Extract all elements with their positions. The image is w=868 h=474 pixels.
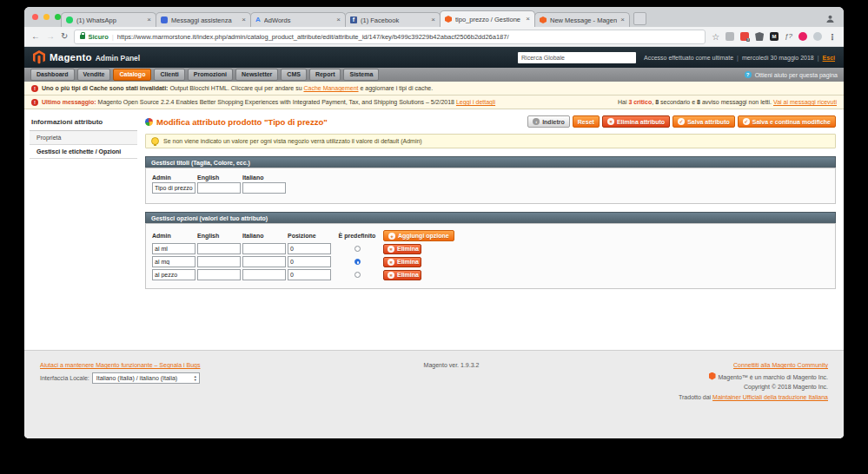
window-minimize-button[interactable] — [43, 14, 50, 20]
delete-option-button[interactable]: Elimina — [383, 270, 421, 280]
tab-close-icon[interactable] — [620, 16, 625, 23]
nav-item-report[interactable]: Report — [309, 69, 341, 81]
nav-item-dashboard[interactable]: Dashboard — [30, 69, 75, 81]
facebook-icon — [350, 16, 357, 23]
option-italiano-input[interactable] — [242, 269, 286, 280]
secure-indicator[interactable]: Sicuro — [80, 33, 108, 41]
option-position-input[interactable] — [288, 256, 331, 267]
url-separator: | — [112, 33, 114, 41]
nav-item-promozioni[interactable]: Promozioni — [188, 69, 233, 81]
extension-icon-m[interactable] — [770, 32, 779, 41]
logo-title: Magento — [50, 52, 92, 63]
option-position-input[interactable] — [288, 243, 331, 254]
browser-tab-facebook[interactable]: (1) Facebook — [345, 12, 441, 27]
forward-icon[interactable] — [46, 32, 55, 41]
extension-icon-2[interactable] — [740, 32, 749, 41]
cache-management-link[interactable]: Cache Management — [303, 85, 358, 91]
report-bugs-link[interactable]: Aiutaci a mantenere Magento funzionante … — [40, 362, 200, 368]
option-italiano-input[interactable] — [242, 243, 286, 254]
save-attribute-button[interactable]: Salva attributo — [673, 115, 735, 128]
default-option-radio[interactable] — [354, 246, 361, 252]
nav-item-newsletter[interactable]: Newsletter — [235, 69, 278, 81]
sidebar-item-proprieta[interactable]: Proprietà — [30, 131, 137, 145]
extension-icon-pink[interactable] — [798, 32, 807, 41]
extension-icon-fn[interactable] — [785, 32, 792, 41]
translation-link[interactable]: Maintainer Ufficiali della traduzione It… — [712, 394, 828, 400]
back-arrow-icon — [533, 118, 540, 125]
chrome-menu-icon[interactable] — [828, 32, 837, 42]
check-icon — [743, 118, 750, 125]
sidebar-item-etichette-opzioni[interactable]: Gestisci le etichette / Opzioni — [30, 145, 137, 159]
window-zoom-button[interactable] — [55, 14, 61, 20]
browser-tab-adwords[interactable]: AdWords — [250, 12, 346, 27]
option-admin-input[interactable] — [152, 269, 195, 280]
new-tab-button[interactable] — [633, 12, 646, 25]
community-link[interactable]: Connettiti alla Magento Community — [733, 362, 828, 368]
translation-pre: Tradotto dai — [679, 394, 712, 400]
window-close-button[interactable] — [32, 14, 38, 20]
option-english-input[interactable] — [197, 256, 241, 267]
tab-close-icon[interactable] — [431, 16, 435, 23]
go-to-messages-link[interactable]: Vai ai messaggi ricevuti — [773, 99, 837, 105]
locale-select[interactable]: Italiano (Italia) / italiano (Italia) — [92, 372, 200, 384]
back-icon[interactable] — [31, 32, 40, 41]
note-text: Se non viene indicato un valore per ogni… — [163, 138, 422, 144]
nav-item-sistema[interactable]: Sistema — [343, 69, 379, 81]
profile-icon[interactable] — [825, 11, 835, 27]
nav-item-catalogo[interactable]: Catalogo — [113, 69, 151, 81]
browser-tab-messaggi[interactable]: Messaggi assistenza — [156, 12, 251, 27]
option-position-input[interactable] — [288, 269, 331, 280]
title-admin-input[interactable] — [152, 182, 195, 194]
address-bar[interactable]: Sicuro | https://www.marmorstone.it/inde… — [74, 30, 706, 44]
browser-tab-tipo-prezzo[interactable]: tipo_prezzo / Gestione attribu — [440, 10, 535, 27]
bookmark-star-icon[interactable] — [712, 32, 719, 42]
trademark-text: Magento™ è un marchio di Magento Inc. — [719, 374, 828, 380]
global-search-input[interactable] — [518, 52, 636, 63]
window-controls — [32, 14, 61, 20]
extension-icon-shield[interactable] — [755, 32, 764, 41]
nav-item-cms[interactable]: CMS — [281, 69, 307, 81]
option-english-input[interactable] — [197, 269, 241, 280]
reload-icon[interactable] — [61, 32, 68, 41]
cache-notice-bar: Uno o più tipi di Cache sono stati inval… — [24, 82, 844, 95]
column-header-predefinito: È predefinito — [333, 233, 381, 239]
delete-icon — [388, 272, 394, 279]
nav-item-vendite[interactable]: Vendite — [77, 69, 111, 81]
tab-close-icon[interactable] — [147, 16, 151, 23]
logout-link[interactable]: Esci — [823, 55, 835, 61]
help-link[interactable]: Ottieni aiuto per questa pagina — [745, 71, 838, 78]
nav-item-clienti[interactable]: Clienti — [154, 69, 184, 81]
add-option-button[interactable]: Aggiungi opzione — [383, 230, 454, 241]
delete-icon — [388, 259, 394, 266]
default-option-radio[interactable] — [354, 259, 361, 265]
extension-icon-gray[interactable] — [813, 32, 822, 41]
title-italiano-input[interactable] — [242, 182, 286, 194]
extension-icon-1[interactable] — [726, 32, 734, 41]
tab-close-icon[interactable] — [336, 16, 341, 23]
browser-tab-whatsapp[interactable]: (1) WhatsApp — [61, 12, 156, 27]
back-button-label: Indietro — [542, 119, 565, 125]
page-title: Modifica attributo prodotto "Tipo di pre… — [156, 117, 328, 127]
option-admin-input[interactable] — [152, 243, 195, 254]
delete-option-button[interactable]: Elimina — [383, 257, 421, 267]
delete-icon — [607, 118, 614, 125]
option-admin-input[interactable] — [152, 256, 195, 267]
browser-tab-magento-forum[interactable]: New Message - Magento Foru — [534, 12, 630, 27]
logo-subtitle: Admin Panel — [96, 52, 140, 63]
delete-attribute-button[interactable]: Elimina attributo — [602, 115, 670, 128]
back-button[interactable]: Indietro — [527, 115, 570, 128]
column-header-posizione: Posizione — [288, 233, 331, 239]
title-english-input[interactable] — [197, 182, 241, 194]
reset-button[interactable]: Reset — [573, 115, 600, 128]
option-row: Elimina — [152, 243, 835, 254]
save-continue-button[interactable]: Salva e continua modifiche — [738, 115, 836, 128]
tab-close-icon[interactable] — [526, 16, 530, 23]
option-italiano-input[interactable] — [242, 256, 286, 267]
option-english-input[interactable] — [197, 243, 241, 254]
delete-option-button[interactable]: Elimina — [383, 244, 421, 254]
default-option-radio[interactable] — [354, 272, 361, 278]
tab-close-icon[interactable] — [242, 16, 246, 23]
read-details-link[interactable]: Leggi i dettagli — [456, 99, 495, 105]
select-stepper-icon — [194, 375, 197, 381]
attribute-icon — [145, 118, 153, 126]
